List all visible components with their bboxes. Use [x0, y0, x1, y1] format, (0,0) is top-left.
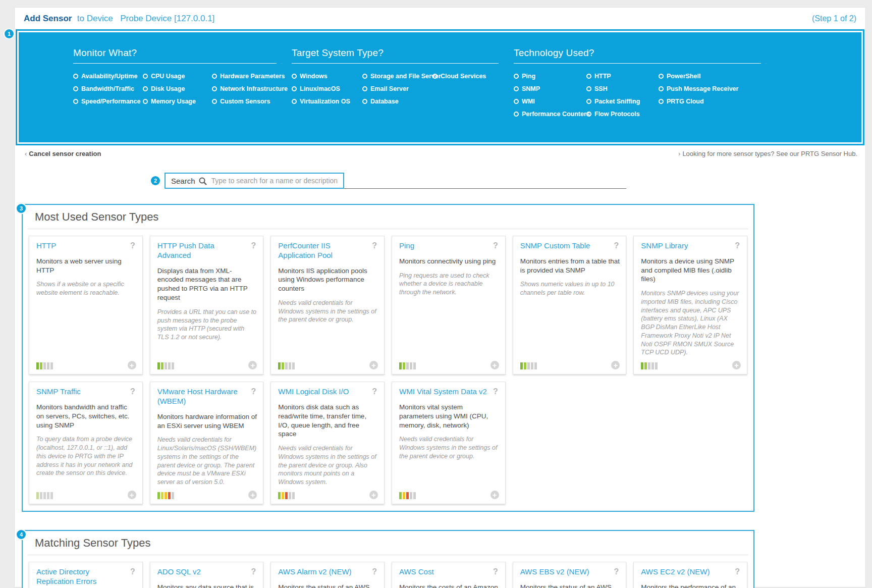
sensor-card[interactable]: SNMP Library?Monitors a device using SNM… — [633, 236, 747, 375]
sensor-card[interactable]: Active Directory Replication Errors?Chec… — [29, 562, 143, 588]
filter-option[interactable]: CPU Usage — [143, 73, 212, 80]
radio-icon[interactable] — [659, 99, 664, 104]
sensor-card-title[interactable]: Ping — [399, 241, 417, 251]
add-sensor-plus-icon[interactable]: + — [732, 361, 741, 369]
filter-option[interactable]: Linux/macOS — [292, 85, 362, 92]
sensor-card-title[interactable]: WMI Logical Disk I/O — [278, 387, 352, 397]
radio-icon[interactable] — [362, 86, 367, 91]
radio-icon[interactable] — [143, 74, 148, 79]
filter-option[interactable]: Performance Counters — [514, 111, 586, 118]
add-sensor-plus-icon[interactable]: + — [248, 361, 257, 369]
help-icon[interactable]: ? — [251, 387, 257, 396]
radio-icon[interactable] — [73, 86, 78, 91]
sensor-card-title[interactable]: HTTP Push Data Advanced — [157, 241, 251, 260]
sensor-card-title[interactable]: SNMP Custom Table — [520, 241, 593, 251]
filter-option[interactable]: PRTG Cloud — [659, 98, 776, 105]
help-icon[interactable]: ? — [251, 567, 257, 576]
radio-icon[interactable] — [212, 99, 217, 104]
radio-icon[interactable] — [362, 99, 367, 104]
radio-icon[interactable] — [362, 74, 367, 79]
radio-icon[interactable] — [586, 99, 591, 104]
radio-icon[interactable] — [73, 74, 78, 79]
radio-icon[interactable] — [514, 99, 519, 104]
add-sensor-plus-icon[interactable]: + — [369, 491, 378, 499]
filter-option[interactable]: Cloud Services — [432, 73, 514, 80]
help-icon[interactable]: ? — [493, 567, 499, 576]
help-icon[interactable]: ? — [614, 241, 620, 250]
help-icon[interactable]: ? — [372, 387, 378, 396]
sensor-card-title[interactable]: ADO SQL v2 — [157, 567, 204, 577]
add-sensor-plus-icon[interactable]: + — [490, 491, 499, 499]
filter-option[interactable]: Flow Protocols — [586, 111, 659, 118]
filter-option[interactable]: Storage and File Server — [362, 73, 432, 80]
filter-option[interactable]: Bandwidth/Traffic — [73, 85, 143, 92]
help-icon[interactable]: ? — [130, 241, 136, 250]
add-sensor-plus-icon[interactable]: + — [611, 361, 620, 369]
filter-option[interactable]: Availability/Uptime — [73, 73, 143, 80]
sensor-card-title[interactable]: HTTP — [36, 241, 59, 251]
help-icon[interactable]: ? — [372, 567, 378, 576]
radio-icon[interactable] — [586, 86, 591, 91]
sensor-card[interactable]: HTTP?Monitors a web server using HTTPSho… — [29, 236, 143, 375]
help-icon[interactable]: ? — [735, 241, 741, 250]
sensor-card[interactable]: ADO SQL v2?Monitors any data source that… — [150, 562, 264, 588]
filter-option[interactable]: Speed/Performance — [73, 98, 143, 105]
radio-icon[interactable] — [586, 74, 591, 79]
filter-option[interactable]: Ping — [514, 73, 586, 80]
radio-icon[interactable] — [292, 86, 297, 91]
sensor-card-title[interactable]: AWS Cost — [399, 567, 437, 577]
filter-option[interactable]: PowerShell — [659, 73, 776, 80]
sensor-card[interactable]: Ping?Monitors connectivity using pingPin… — [392, 236, 506, 375]
help-icon[interactable]: ? — [493, 387, 499, 396]
radio-icon[interactable] — [292, 99, 297, 104]
cancel-sensor-creation-link[interactable]: ‹Cancel sensor creation — [25, 150, 101, 157]
radio-icon[interactable] — [514, 86, 519, 91]
filter-option[interactable]: WMI — [514, 98, 586, 105]
radio-icon[interactable] — [212, 74, 217, 79]
help-icon[interactable]: ? — [130, 387, 136, 396]
radio-icon[interactable] — [514, 74, 519, 79]
add-sensor-plus-icon[interactable]: + — [128, 361, 136, 369]
filter-option[interactable]: Hardware Parameters — [212, 73, 292, 80]
sensor-card[interactable]: PerfCounter IIS Application Pool?Monitor… — [270, 236, 385, 375]
radio-icon[interactable] — [143, 99, 148, 104]
radio-icon[interactable] — [212, 86, 217, 91]
radio-icon[interactable] — [586, 112, 591, 117]
help-icon[interactable]: ? — [614, 567, 620, 576]
sensor-card[interactable]: VMware Host Hardware (WBEM)?Monitors har… — [150, 382, 264, 504]
sensor-card[interactable]: AWS EC2 v2 (NEW)?Monitors the performanc… — [633, 562, 747, 588]
filter-option[interactable]: Custom Sensors — [212, 98, 292, 105]
radio-icon[interactable] — [292, 74, 297, 79]
sensor-card[interactable]: HTTP Push Data Advanced?Displays data fr… — [150, 236, 264, 375]
help-icon[interactable]: ? — [735, 567, 741, 576]
sensor-card[interactable]: AWS EBS v2 (NEW)?Monitors the status of … — [513, 562, 627, 588]
sensor-card[interactable]: AWS Alarm v2 (NEW)?Monitors the status o… — [270, 562, 385, 588]
sensor-card-title[interactable]: AWS EBS v2 (NEW) — [520, 567, 592, 577]
help-icon[interactable]: ? — [372, 241, 378, 250]
filter-option[interactable]: Email Server — [362, 85, 432, 92]
filter-option[interactable]: Network Infrastructure — [212, 85, 292, 92]
add-sensor-plus-icon[interactable]: + — [128, 491, 136, 499]
sensor-card-title[interactable]: Active Directory Replication Errors — [36, 567, 130, 586]
sensor-card-title[interactable]: AWS Alarm v2 (NEW) — [278, 567, 354, 577]
radio-icon[interactable] — [143, 86, 148, 91]
filter-option[interactable]: HTTP — [586, 73, 659, 80]
sensor-card[interactable]: SNMP Traffic?Monitors bandwidth and traf… — [29, 382, 143, 504]
filter-option[interactable]: Database — [362, 98, 432, 105]
radio-icon[interactable] — [73, 99, 78, 104]
radio-icon[interactable] — [659, 74, 664, 79]
help-icon[interactable]: ? — [130, 567, 136, 576]
sensor-card-title[interactable]: SNMP Traffic — [36, 387, 84, 397]
help-icon[interactable]: ? — [251, 241, 257, 250]
sensor-card[interactable]: WMI Vital System Data v2?Monitors vital … — [392, 382, 506, 504]
add-sensor-plus-icon[interactable]: + — [369, 361, 378, 369]
sensor-card[interactable]: WMI Logical Disk I/O?Monitors disk data … — [270, 382, 385, 504]
sensor-card-title[interactable]: AWS EC2 v2 (NEW) — [641, 567, 713, 577]
search-input[interactable] — [210, 174, 343, 188]
sensor-hub-link[interactable]: ›Looking for more sensor types? See our … — [678, 150, 857, 157]
sensor-card[interactable]: AWS Cost?Monitors the costs of an Amazon… — [392, 562, 506, 588]
radio-icon[interactable] — [432, 74, 438, 79]
filter-option[interactable]: Push Message Receiver — [659, 85, 776, 92]
filter-option[interactable]: Memory Usage — [143, 98, 212, 105]
filter-option[interactable]: Virtualization OS — [292, 98, 362, 105]
